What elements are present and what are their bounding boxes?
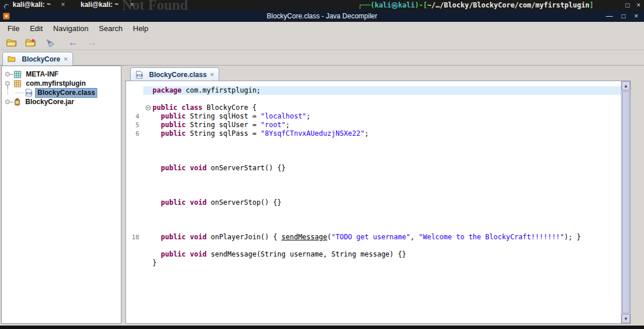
code-token: public (161, 129, 185, 137)
code-line: 18 public void onPlayerJoin() { sendMess… (126, 233, 621, 242)
menu-search[interactable]: Search (94, 23, 128, 34)
tree-item-package[interactable]: com.myfirstplugin (2, 79, 121, 88)
expand-toggle-icon[interactable] (5, 72, 10, 76)
tree-item-class[interactable]: 010 BlockyCore.class (2, 88, 121, 97)
prompt-frame-close: ] (589, 1, 593, 9)
line-number (126, 190, 143, 198)
terminal-tab-2[interactable]: kali@kali: ~ (81, 1, 119, 9)
terminal-maximize-icon[interactable]: □ (626, 0, 630, 10)
code-token: package (153, 86, 182, 94)
tree-item-meta-inf[interactable]: META-INF (2, 70, 121, 79)
menu-edit[interactable]: Edit (25, 23, 48, 34)
toolbar: ← → (0, 35, 644, 50)
titlebar[interactable]: BlockyCore.class - Java Decompiler — □ × (0, 10, 644, 22)
scrollbar-thumb[interactable] (622, 91, 630, 313)
editor-tabstrip: 010 BlockyCore.class × (125, 66, 631, 81)
line-number (126, 181, 143, 190)
line-number (126, 207, 143, 216)
code-line (126, 138, 621, 147)
main-split: META-INF com.myfirstplugin 010 BlockyCor… (0, 66, 644, 326)
tab-blockycore-class[interactable]: 010 BlockyCore.class × (130, 67, 219, 81)
code-line: 5 public String sqlUser = "root"; (126, 121, 621, 129)
folder-icon (7, 56, 16, 62)
code-token (177, 104, 181, 112)
tree-item-jar[interactable]: BlockyCore.jar (2, 97, 121, 106)
grid-icon (14, 71, 21, 78)
tab-blockycore[interactable]: BlockyCore × (2, 52, 73, 66)
forward-icon[interactable]: → (85, 36, 99, 49)
expand-toggle-icon[interactable] (5, 100, 10, 104)
code-token: onPlayerJoin() { (207, 233, 281, 241)
code-token: "localhost" (261, 112, 306, 120)
code-line (126, 224, 621, 233)
jar-icon (14, 98, 21, 106)
line-number (126, 198, 143, 207)
kali-logo-icon[interactable] (3, 2, 10, 10)
code-line: public void onServerStart() {} (126, 164, 621, 173)
menu-file[interactable]: File (2, 23, 25, 34)
code-token (186, 198, 190, 206)
terminal-tab-2-close-icon[interactable]: × (130, 1, 134, 9)
tab-close-icon[interactable]: × (210, 71, 214, 79)
tree-item-label: META-INF (24, 70, 60, 79)
code-token: public (161, 121, 185, 129)
scroll-up-icon[interactable]: ▲ (622, 81, 630, 90)
code-line (126, 190, 621, 198)
vertical-scrollbar[interactable]: ▲ ▼ (621, 81, 630, 323)
terminal-tab-1[interactable]: kali@kali: ~ (13, 1, 51, 9)
tree-item-label: BlockyCore.jar (24, 98, 76, 106)
document-tabstrip: BlockyCore × (0, 50, 644, 66)
menu-navigation[interactable]: Navigation (48, 23, 93, 34)
code-line (126, 207, 621, 216)
minimize-icon[interactable]: — (606, 12, 613, 20)
line-number (126, 224, 143, 233)
code-line (126, 95, 621, 104)
code-line: public void sendMessage(String username,… (126, 250, 621, 259)
tree-item-label-selected: BlockyCore.class (35, 88, 97, 98)
code-line: } (126, 259, 621, 267)
code-token: String sqlPass = (186, 129, 261, 137)
jd-gui-window: BlockyCore.class - Java Decompiler — □ ×… (0, 10, 644, 326)
line-number (126, 164, 143, 173)
tab-close-icon[interactable]: × (64, 55, 68, 63)
line-number (126, 242, 143, 250)
menu-help[interactable]: Help (128, 23, 154, 34)
open-file-icon[interactable] (5, 36, 18, 49)
method-link[interactable]: sendMessage (281, 233, 327, 241)
code-token (153, 250, 161, 258)
back-icon[interactable]: ← (66, 36, 80, 49)
code-token: String sqlHost = (186, 112, 261, 120)
close-icon[interactable]: × (634, 12, 638, 20)
terminal-close-icon[interactable]: × (637, 0, 641, 10)
line-number (126, 86, 143, 95)
code-line (126, 181, 621, 190)
code-token (153, 198, 161, 206)
search-flashlight-icon[interactable] (43, 36, 56, 49)
code-token: ; (285, 121, 289, 129)
collapse-toggle-icon[interactable] (5, 81, 10, 86)
line-number (126, 138, 143, 147)
maximize-icon[interactable]: □ (622, 12, 626, 20)
taskbar: Not Found kali@kali: ~ × kali@kali: ~ × … (0, 0, 644, 10)
terminal-tab-1-close-icon[interactable]: × (61, 1, 65, 9)
open-jar-icon[interactable] (24, 36, 37, 49)
fold-collapse-icon[interactable] (146, 105, 151, 110)
code-token: , (410, 233, 418, 241)
code-token (186, 233, 190, 241)
code-token: void (190, 233, 207, 241)
svg-text:010: 010 (137, 74, 143, 77)
tab-label: BlockyCore (22, 55, 60, 63)
code-token: onServerStop() {} (207, 198, 281, 206)
prompt-frame-mid: )-[ (415, 1, 428, 9)
prompt-user: kali㉿kali (375, 1, 415, 9)
code-token: sendMessage(String username, String mess… (207, 250, 406, 258)
line-number (126, 104, 143, 112)
scroll-down-icon[interactable]: ▼ (622, 314, 630, 323)
window-title: BlockyCore.class - Java Decompiler (0, 12, 644, 20)
code-token: public (161, 112, 185, 120)
code-token (153, 164, 161, 172)
line-number: 18 (126, 233, 143, 242)
code-token (153, 233, 161, 241)
code-line: public void onServerStop() {} (126, 198, 621, 207)
code-token: ); } (564, 233, 581, 241)
